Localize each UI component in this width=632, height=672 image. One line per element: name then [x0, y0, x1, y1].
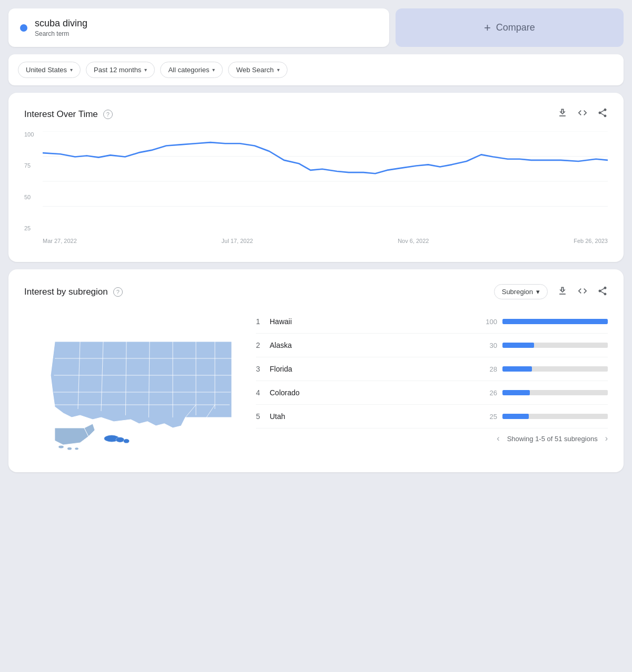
interest-title-text: Interest Over Time — [24, 109, 98, 120]
subregion-chevron-icon: ▾ — [536, 288, 540, 296]
filters-row: United States ▾ Past 12 months ▾ All cat… — [8, 54, 624, 85]
term-color-dot — [20, 24, 27, 32]
y-label-100: 100 — [24, 131, 40, 138]
region-score-3: 28 — [479, 365, 497, 373]
compare-label: Compare — [496, 22, 535, 33]
y-label-50: 50 — [24, 194, 40, 200]
svg-point-20 — [123, 439, 129, 443]
time-chevron-icon: ▾ — [144, 67, 147, 73]
interest-card-title: Interest Over Time ? — [24, 109, 113, 120]
search-type-filter[interactable]: Web Search ▾ — [228, 62, 287, 78]
region-score-5: 25 — [479, 413, 497, 421]
x-label-2: Jul 17, 2022 — [222, 238, 253, 244]
bar-1 — [502, 319, 608, 324]
interest-over-time-card: Interest Over Time ? 100 75 50 25 — [8, 93, 624, 262]
bar-fill-5 — [502, 414, 529, 419]
search-term-text: scuba diving Search term — [35, 18, 87, 37]
interest-card-header: Interest Over Time ? — [24, 108, 608, 121]
rank-3: 3 — [256, 365, 264, 373]
search-term-card: scuba diving Search term — [8, 8, 389, 47]
search-type-chevron-icon: ▾ — [277, 67, 280, 73]
bar-fill-1 — [502, 319, 608, 324]
region-name-1: Hawaii — [270, 317, 473, 326]
compare-button[interactable]: + Compare — [396, 8, 624, 47]
region-score-1: 100 — [479, 318, 497, 326]
chart-x-axis: Mar 27, 2022 Jul 17, 2022 Nov 6, 2022 Fe… — [43, 234, 608, 247]
category-filter[interactable]: All categories ▾ — [160, 62, 223, 78]
interest-card-actions — [557, 108, 608, 121]
y-label-25: 25 — [24, 225, 40, 231]
bar-2 — [502, 343, 608, 348]
chart-y-axis: 100 75 50 25 — [24, 131, 40, 231]
subregion-download-icon[interactable] — [557, 286, 568, 298]
subregion-dropdown[interactable]: Subregion ▾ — [494, 284, 548, 299]
subregion-item-3: 3 Florida 28 — [256, 357, 608, 381]
interest-help-icon[interactable]: ? — [103, 110, 113, 119]
line-chart-svg — [43, 131, 608, 231]
region-score-4: 26 — [479, 389, 497, 397]
rank-5: 5 — [256, 412, 264, 421]
x-label-1: Mar 27, 2022 — [43, 238, 77, 244]
category-filter-label: All categories — [168, 66, 209, 74]
category-chevron-icon: ▾ — [212, 67, 215, 73]
bar-3 — [502, 366, 608, 372]
subregion-dropdown-label: Subregion — [502, 288, 533, 296]
time-filter-label: Past 12 months — [94, 66, 141, 74]
region-filter-label: United States — [26, 66, 67, 74]
plus-icon: + — [484, 21, 491, 35]
pagination-prev[interactable]: ‹ — [497, 434, 499, 443]
region-name-5: Utah — [270, 412, 473, 421]
time-filter[interactable]: Past 12 months ▾ — [86, 62, 155, 78]
subregion-card-title: Interest by subregion ? — [24, 287, 123, 297]
subregion-share-icon[interactable] — [597, 286, 608, 298]
rank-4: 4 — [256, 388, 264, 397]
bar-fill-3 — [502, 366, 532, 372]
bar-fill-2 — [502, 343, 534, 348]
subregion-item-2: 2 Alaska 30 — [256, 334, 608, 357]
subregion-item-5: 5 Utah 25 — [256, 405, 608, 428]
search-term-value: scuba diving — [35, 18, 87, 29]
pagination: ‹ Showing 1-5 of 51 subregions › — [256, 434, 608, 443]
search-type-filter-label: Web Search — [236, 66, 273, 74]
us-map-container — [24, 310, 245, 457]
bar-fill-4 — [502, 390, 530, 395]
subregion-title-text: Interest by subregion — [24, 287, 108, 297]
svg-point-19 — [116, 437, 124, 443]
region-name-4: Colorado — [270, 388, 473, 397]
subregion-body: 1 Hawaii 100 2 Alaska 30 3 Florida 28 — [24, 310, 608, 457]
us-map-svg — [29, 310, 240, 457]
download-icon[interactable] — [557, 108, 568, 121]
subregion-list: 1 Hawaii 100 2 Alaska 30 3 Florida 28 — [256, 310, 608, 457]
subregion-help-icon[interactable]: ? — [113, 287, 123, 297]
svg-point-21 — [58, 446, 64, 449]
subregion-card-actions: Subregion ▾ — [494, 284, 608, 299]
x-label-4: Feb 26, 2023 — [574, 238, 608, 244]
interest-chart: 100 75 50 25 Mar 27, 2022 Jul 17, 2022 — [24, 131, 608, 247]
y-label-75: 75 — [24, 162, 40, 169]
subregion-item-4: 4 Colorado 26 — [256, 381, 608, 405]
top-row: scuba diving Search term + Compare — [8, 8, 624, 47]
interest-by-subregion-card: Interest by subregion ? Subregion ▾ — [8, 269, 624, 472]
pagination-label: Showing 1-5 of 51 subregions — [507, 435, 598, 443]
region-score-2: 30 — [479, 342, 497, 349]
bar-4 — [502, 390, 608, 395]
code-icon[interactable] — [577, 108, 588, 121]
rank-2: 2 — [256, 341, 264, 349]
subregion-card-header: Interest by subregion ? Subregion ▾ — [24, 284, 608, 299]
chart-svg-area — [43, 131, 608, 231]
region-filter[interactable]: United States ▾ — [18, 62, 81, 78]
region-chevron-icon: ▾ — [70, 67, 73, 73]
svg-point-23 — [75, 447, 78, 450]
share-icon[interactable] — [597, 108, 608, 121]
subregion-item-1: 1 Hawaii 100 — [256, 310, 608, 334]
search-term-label: Search term — [35, 30, 87, 37]
rank-1: 1 — [256, 317, 264, 326]
svg-point-22 — [67, 447, 72, 450]
pagination-next[interactable]: › — [605, 434, 608, 443]
subregion-code-icon[interactable] — [577, 286, 588, 298]
region-name-3: Florida — [270, 365, 473, 373]
x-label-3: Nov 6, 2022 — [398, 238, 429, 244]
region-name-2: Alaska — [270, 341, 473, 349]
bar-5 — [502, 414, 608, 419]
